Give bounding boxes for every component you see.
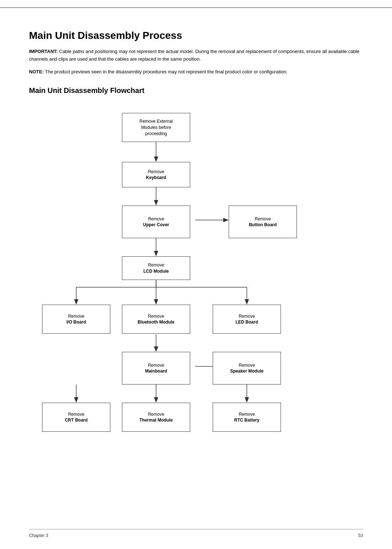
node-button-board: Remove Button Board xyxy=(229,206,297,238)
flowchart: Remove ExternalModules beforeproceeding … xyxy=(33,106,359,487)
important-text: Cable paths and positioning may not repr… xyxy=(29,49,359,62)
node-io-board: Remove I/O Board xyxy=(42,305,110,334)
flowchart-title: Main Unit Disassembly Flowchart xyxy=(29,86,363,95)
important-label: IMPORTANT: xyxy=(29,49,58,54)
svg-marker-24 xyxy=(154,397,158,403)
svg-marker-7 xyxy=(154,251,158,256)
node-external: Remove ExternalModules beforeproceeding xyxy=(122,113,190,142)
node-rtc-battery: Remove RTC Battery xyxy=(213,403,281,432)
node-bluetooth: Remove Bluetooth Module xyxy=(122,305,190,334)
svg-marker-3 xyxy=(154,200,158,206)
node-thermal: Remove Thermal Module xyxy=(122,403,190,432)
note-label: NOTE: xyxy=(29,69,44,74)
node-keyboard: Remove Keyboard xyxy=(122,162,190,187)
note-text: The product previews seen in the disasse… xyxy=(44,69,287,74)
footer-chapter: Chapter 3 xyxy=(29,533,48,538)
page-footer: Chapter 3 53 xyxy=(29,529,363,538)
svg-marker-1 xyxy=(154,156,158,162)
svg-marker-16 xyxy=(245,299,249,305)
node-mainboard: Remove Mainboard xyxy=(122,352,190,385)
node-speaker: Remove Speaker Module xyxy=(213,352,281,385)
node-led-board: Remove LED Board xyxy=(213,305,281,334)
svg-marker-26 xyxy=(245,397,249,403)
svg-marker-22 xyxy=(74,397,78,403)
node-crt-board: Remove CRT Board xyxy=(42,403,110,432)
note-block: NOTE: The product previews seen in the d… xyxy=(29,68,363,76)
important-block: IMPORTANT: Cable paths and positioning m… xyxy=(29,48,363,63)
svg-marker-18 xyxy=(154,346,158,352)
node-lcd-module: Remove LCD Module xyxy=(122,256,190,280)
footer-page-number: 53 xyxy=(358,533,363,538)
page-container: Main Unit Disassembly Process IMPORTANT:… xyxy=(0,7,392,516)
page-title: Main Unit Disassembly Process xyxy=(29,30,363,41)
svg-marker-5 xyxy=(223,218,229,222)
svg-marker-13 xyxy=(154,299,158,305)
node-upper-cover: Remove Upper Cover xyxy=(122,206,190,238)
node-external-label: Remove ExternalModules beforeproceeding xyxy=(139,118,173,137)
svg-marker-11 xyxy=(74,299,78,305)
